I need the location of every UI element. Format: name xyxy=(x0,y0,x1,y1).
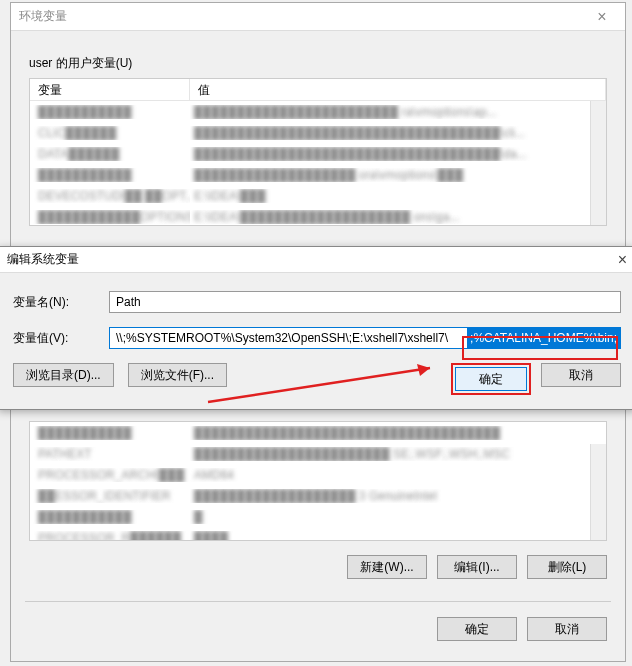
system-vars-table[interactable]: ████████████████████████████████████████… xyxy=(29,421,607,541)
table-row[interactable]: DEVECOSTUDI██ ██OPT...E:\IDEA\███ xyxy=(30,185,606,206)
ok-button[interactable]: 确定 xyxy=(455,367,527,391)
table-row[interactable]: ████████████OPTIONSE:\IDEA\█████████████… xyxy=(30,206,606,226)
table-row[interactable]: ██ESSOR_IDENTIFIER███████████████████ 3 … xyxy=(30,485,606,506)
ok-annotation: 确定 xyxy=(451,363,531,395)
table-row[interactable]: CLIC████████████████████████████████████… xyxy=(30,122,606,143)
value-input-wrap: ;%CATALINA_HOME%\bin; xyxy=(109,327,621,349)
form-body: 变量名(N): 变量值(V): ;%CATALINA_HOME%\bin; 浏览… xyxy=(0,273,632,409)
table-row[interactable]: ██████████████████████████████ ora\vmopt… xyxy=(30,164,606,185)
table-row[interactable]: PROCESSOR_ARCHI███AMD64 xyxy=(30,464,606,485)
name-row: 变量名(N): xyxy=(13,291,621,313)
close-icon[interactable]: × xyxy=(587,251,627,269)
titlebar: 编辑系统变量 × xyxy=(0,247,632,273)
delete-button[interactable]: 删除(L) xyxy=(527,555,607,579)
divider xyxy=(25,601,611,602)
ok-button[interactable]: 确定 xyxy=(437,617,517,641)
scrollbar[interactable] xyxy=(590,101,606,225)
titlebar: 环境变量 × xyxy=(11,3,625,31)
table-row[interactable]: PATHEXT███████████████████████ SE;.WSF;.… xyxy=(30,443,606,464)
table-rows: ███████████████████████████████████ ra\v… xyxy=(30,101,606,226)
dialog-title: 编辑系统变量 xyxy=(7,251,79,268)
table-row[interactable]: ███████████████████████████████████ ra\v… xyxy=(30,101,606,122)
dialog-button-row: 确定 取消 xyxy=(437,617,607,641)
scrollbar[interactable] xyxy=(590,444,606,540)
value-row: 变量值(V): ;%CATALINA_HOME%\bin; xyxy=(13,327,621,349)
cancel-button[interactable]: 取消 xyxy=(541,363,621,387)
right-buttons: 确定 取消 xyxy=(451,363,621,395)
user-vars-table[interactable]: 变量 值 ███████████████████████████████████… xyxy=(29,78,607,226)
name-input[interactable] xyxy=(109,291,621,313)
browse-file-button[interactable]: 浏览文件(F)... xyxy=(128,363,227,387)
table-row[interactable]: DATA████████████████████████████████████… xyxy=(30,143,606,164)
dialog-title: 环境变量 xyxy=(19,8,67,25)
edit-button[interactable]: 编辑(I)... xyxy=(437,555,517,579)
value-label: 变量值(V): xyxy=(13,330,109,347)
table-row[interactable]: PROCESSOR_R██████████ xyxy=(30,527,606,541)
table-row[interactable]: ████████████████████████████████████████… xyxy=(30,422,606,443)
table-row[interactable]: ████████████ xyxy=(30,506,606,527)
cancel-button[interactable]: 取消 xyxy=(527,617,607,641)
button-row: 浏览目录(D)... 浏览文件(F)... 确定 取消 xyxy=(13,363,621,395)
name-label: 变量名(N): xyxy=(13,294,109,311)
col-variable[interactable]: 变量 xyxy=(30,79,190,100)
value-input[interactable] xyxy=(109,327,621,349)
table-rows: ████████████████████████████████████████… xyxy=(30,422,606,541)
close-icon[interactable]: × xyxy=(587,8,617,26)
table-header: 变量 值 xyxy=(30,79,606,101)
sys-button-row: 新建(W)... 编辑(I)... 删除(L) xyxy=(347,555,607,579)
col-value[interactable]: 值 xyxy=(190,79,606,100)
browse-dir-button[interactable]: 浏览目录(D)... xyxy=(13,363,114,387)
edit-var-dialog: 编辑系统变量 × 变量名(N): 变量值(V): ;%CATALINA_HOME… xyxy=(0,246,632,410)
user-vars-label: user 的用户变量(U) xyxy=(29,55,625,72)
new-button[interactable]: 新建(W)... xyxy=(347,555,427,579)
